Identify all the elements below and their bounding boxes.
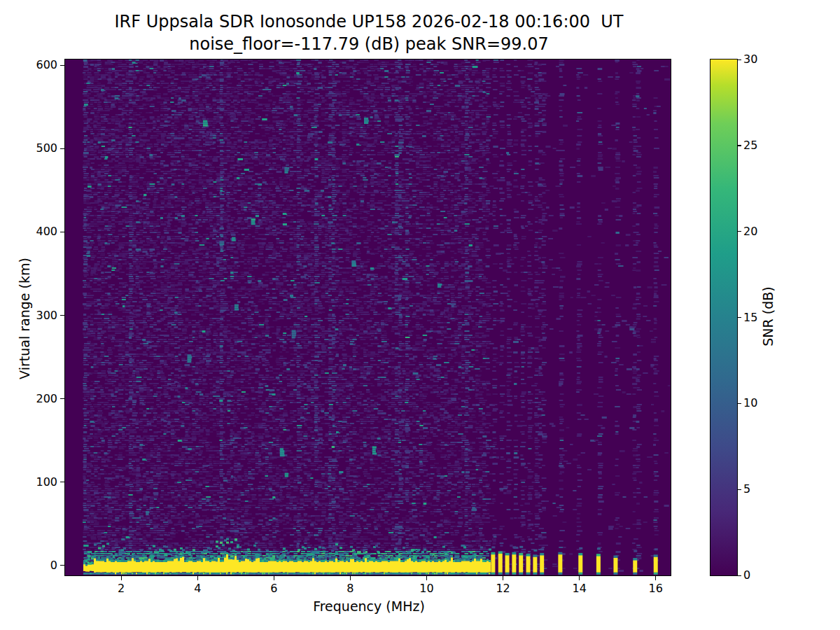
- colorbar-tick-mark: [738, 489, 741, 490]
- colorbar-tick-label: 0: [743, 568, 750, 582]
- x-tick-label: 10: [419, 582, 433, 595]
- y-tick-label: 100: [13, 475, 57, 489]
- colorbar-tick-label: 20: [743, 225, 757, 238]
- y-tick-label: 200: [13, 392, 57, 405]
- plot-subtitle: noise_floor=-117.79 (dB) peak SNR=99.07: [189, 34, 549, 55]
- plot-title: IRF Uppsala SDR Ionosonde UP158 2026-02-…: [115, 11, 624, 33]
- x-tick-label: 4: [194, 582, 201, 595]
- x-tick-mark: [274, 576, 274, 580]
- plot-frame: [64, 59, 671, 576]
- y-tick-label: 500: [13, 141, 57, 155]
- x-tick-mark: [579, 576, 580, 580]
- colorbar-tick-label: 5: [743, 482, 750, 496]
- y-tick-label: 400: [13, 225, 57, 238]
- colorbar-tick-mark: [738, 145, 741, 146]
- colorbar-tick-mark: [738, 231, 741, 232]
- y-tick-label: 0: [13, 559, 57, 572]
- x-tick-mark: [197, 576, 198, 580]
- x-tick-label: 14: [572, 582, 586, 595]
- x-tick-mark: [350, 576, 351, 580]
- colorbar-tick-label: 25: [743, 139, 757, 152]
- colorbar-tick-label: 10: [743, 396, 757, 410]
- x-tick-mark: [503, 576, 503, 580]
- colorbar-tick-label: 30: [743, 52, 757, 66]
- y-tick-mark: [60, 565, 64, 566]
- colorbar-label: SNR (dB): [760, 286, 776, 346]
- y-tick-mark: [60, 398, 64, 399]
- y-tick-mark: [60, 232, 64, 232]
- x-tick-label: 12: [496, 582, 510, 595]
- x-tick-label: 8: [346, 582, 354, 595]
- colorbar-tick-mark: [738, 59, 741, 60]
- colorbar-tick-mark: [738, 575, 741, 576]
- x-tick-mark: [426, 576, 427, 580]
- x-tick-label: 6: [270, 582, 277, 595]
- x-tick-label: 16: [649, 582, 663, 595]
- colorbar-gradient: [710, 59, 737, 575]
- x-axis-label: Frequency (MHz): [313, 598, 425, 614]
- colorbar-tick-mark: [738, 403, 741, 404]
- ionogram-figure: IRF Uppsala SDR Ionosonde UP158 2026-02-…: [0, 0, 840, 630]
- colorbar: [710, 59, 738, 576]
- x-tick-mark: [655, 576, 656, 580]
- y-tick-mark: [60, 148, 64, 149]
- ionogram-heatmap-canvas: [65, 59, 671, 575]
- colorbar-tick-mark: [738, 317, 741, 318]
- y-tick-label: 600: [13, 58, 57, 71]
- x-tick-label: 2: [118, 582, 125, 595]
- y-tick-mark: [60, 315, 64, 316]
- y-tick-mark: [60, 65, 64, 66]
- x-tick-mark: [121, 576, 122, 580]
- y-tick-label: 300: [13, 309, 57, 322]
- colorbar-tick-label: 15: [743, 311, 757, 324]
- y-tick-mark: [60, 482, 64, 482]
